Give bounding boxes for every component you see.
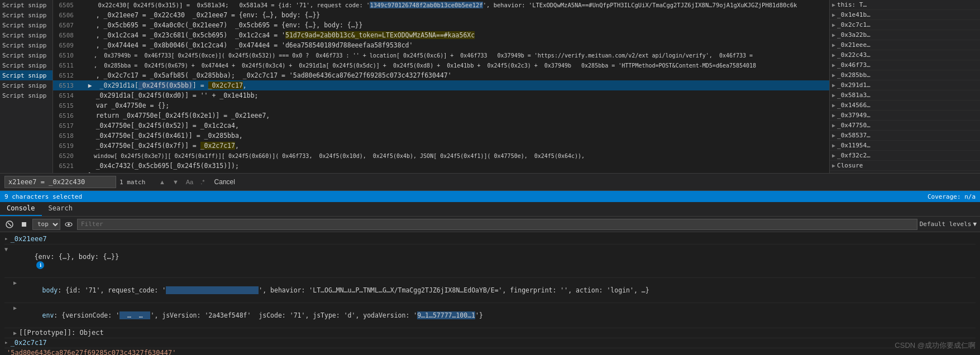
var-285bb[interactable]: ▶ _0x285bb… bbox=[830, 70, 980, 80]
editor-area: Script snipp Script snipp Script snipp S… bbox=[0, 0, 980, 173]
console-output: ▸ _0x21eee7 ▼ {env: {…}, body: {…}} ℹ ▶ … bbox=[0, 232, 980, 355]
var-14566[interactable]: ▶ _0x14566… bbox=[830, 100, 980, 111]
svg-point-4 bbox=[68, 223, 70, 226]
var-1e41b[interactable]: ▶ _0x1e41b… bbox=[830, 10, 980, 20]
expand-object-toggle[interactable]: ▼ bbox=[4, 246, 8, 252]
code-line-6520: 6520 window[_0x24f5(0x3e7)][_0x24f5(0x1f… bbox=[53, 151, 829, 161]
var-58537[interactable]: ▶ _0x58537… bbox=[830, 131, 980, 141]
console-line-body: ▶ body: {id: '71', request_code: ' ', be… bbox=[4, 278, 976, 303]
console-tabs: Console Search bbox=[0, 202, 980, 217]
var-this[interactable]: ▶ this: T… bbox=[830, 0, 980, 10]
code-line-blank: } bbox=[53, 171, 829, 173]
var-46f73[interactable]: ▶ _0x46f73… bbox=[830, 60, 980, 70]
var-37949[interactable]: ▶ _0x37949… bbox=[830, 111, 980, 121]
code-line-6512: 6512 , _0x2c7c17 = _0x5afb85( _0x285bba)… bbox=[53, 70, 829, 80]
clear-icon bbox=[6, 220, 13, 228]
var-closure[interactable]: ▶ Closure bbox=[830, 161, 980, 171]
script-item-4[interactable]: Script snipp bbox=[0, 30, 52, 40]
code-line-6507: 6507 , _0x5cb695 = _0x4a0c0c(_0x21eee7) … bbox=[53, 20, 829, 30]
filter-input[interactable] bbox=[77, 219, 917, 230]
stop-button[interactable] bbox=[18, 219, 30, 229]
find-aa-button[interactable]: Aa bbox=[183, 177, 196, 187]
code-line-6513: 6513 ▶ _0x291d1a[_0x24f5(0x5bb)] = _0x2c… bbox=[53, 80, 829, 90]
info-icon[interactable]: ℹ bbox=[36, 261, 44, 269]
selection-status: 9 characters selected bbox=[4, 193, 82, 200]
context-selector[interactable]: top bbox=[32, 219, 60, 230]
console-line-string: '5ad80e6436ca876e27f69285c073c4327f63044… bbox=[4, 348, 976, 355]
find-match-count: 1 match bbox=[119, 179, 153, 186]
script-item-3[interactable]: Script snipp bbox=[0, 20, 52, 30]
find-options: ▲ ▼ Aa .* bbox=[156, 177, 208, 187]
var-2c7c1[interactable]: ▶ _0x2c7c1… bbox=[830, 20, 980, 30]
code-line-6506: 6506 , _0x21eee7 = _0x22c430 _0x21eee7 =… bbox=[53, 10, 829, 20]
console-line-object: ▼ {env: {…}, body: {…}} ℹ bbox=[4, 244, 976, 278]
script-item-8[interactable]: Script snipp bbox=[0, 70, 52, 80]
code-line-6518: 6518 _0x47750e[_0x24f5(0x461)] = _0x285b… bbox=[53, 131, 829, 141]
code-line-6521: 6521 _0x4c7432(_0x5cb695[_0x24f5(0x315)]… bbox=[53, 161, 829, 171]
find-dot-button[interactable]: .* bbox=[198, 177, 207, 187]
watermark: CSDN @成功你要成仁啊 bbox=[895, 340, 976, 351]
code-line-6511: 6511 , _0x285bba = _0x24f5(0x679) + _0x4… bbox=[53, 60, 829, 70]
script-item-10[interactable]: Script snipp bbox=[0, 90, 52, 100]
find-down-button[interactable]: ▼ bbox=[170, 177, 181, 187]
find-bar: 1 match ▲ ▼ Aa .* Cancel bbox=[0, 173, 980, 191]
code-line-6509: 6509 , _0x4744e4 = _0x8b0046(_0x1c2ca4) … bbox=[53, 40, 829, 50]
tab-search[interactable]: Search bbox=[42, 202, 79, 216]
script-list: Script snipp Script snipp Script snipp S… bbox=[0, 0, 53, 173]
svg-rect-2 bbox=[22, 222, 26, 227]
var-291d1[interactable]: ▶ _0x291d1… bbox=[830, 80, 980, 90]
script-item-6[interactable]: Script snipp bbox=[0, 50, 52, 60]
console-toolbar: top Default levels ▼ bbox=[0, 217, 980, 232]
coverage-status: Coverage: n/a bbox=[928, 193, 976, 200]
console-line-prototype: ▶ [[Prototype]]: Object bbox=[4, 328, 976, 338]
status-bar: 9 characters selected Coverage: n/a bbox=[0, 191, 980, 202]
find-input[interactable] bbox=[4, 176, 116, 188]
code-line-6510: 6510 , _0x37949b = _0x46f733[_0x24f5(0xc… bbox=[53, 50, 829, 60]
svg-line-1 bbox=[8, 223, 11, 226]
code-line-6505: 6505 _0x22c430[_0x24f5(0x315)] = _0x581a… bbox=[53, 0, 829, 10]
expand-env-toggle[interactable]: ▶ bbox=[13, 305, 17, 311]
script-item-1[interactable]: Script snipp bbox=[0, 0, 52, 10]
script-item-5[interactable]: Script snipp bbox=[0, 40, 52, 50]
expand-proto-toggle[interactable]: ▶ bbox=[13, 330, 17, 336]
var-f32c2[interactable]: ▶ _0xf32c2… bbox=[830, 151, 980, 161]
code-line-6515: 6515 var _0x47750e = {}; bbox=[53, 100, 829, 111]
find-up-button[interactable]: ▲ bbox=[156, 177, 168, 187]
default-levels[interactable]: Default levels ▼ bbox=[920, 220, 977, 228]
console-line-var2: ▸ _0x2c7c17 bbox=[4, 338, 976, 348]
code-line-6517: 6517 _0x47750e[_0x24f5(0x52)] = _0x1c2ca… bbox=[53, 121, 829, 131]
script-item-9[interactable]: Script snipp bbox=[0, 80, 52, 90]
tab-console[interactable]: Console bbox=[0, 202, 42, 216]
script-item-7[interactable]: Script snipp bbox=[0, 60, 52, 70]
code-line-6519: 6519 _0x47750e[_0x24f5(0x7f)] = _0x2c7c1… bbox=[53, 141, 829, 151]
stop-icon bbox=[20, 220, 28, 228]
var-22c43[interactable]: ▶ _0x22c43… bbox=[830, 50, 980, 60]
var-11954[interactable]: ▶ _0x11954… bbox=[830, 141, 980, 151]
eye-icon bbox=[65, 220, 73, 228]
var-21eee[interactable]: ▶ _0x21eee… bbox=[830, 40, 980, 50]
clear-console-button[interactable] bbox=[3, 219, 16, 229]
var-47750[interactable]: ▶ _0x47750… bbox=[830, 121, 980, 131]
console-line-env: ▶ env: {versionCode: ' … … ', jsVersion:… bbox=[4, 303, 976, 328]
var-581a3[interactable]: ▶ _0x581a3… bbox=[830, 90, 980, 100]
code-line-6508: 6508 , _0x1c2ca4 = _0x23c681(_0x5cb695) … bbox=[53, 30, 829, 40]
code-lines-container: 6505 _0x22c430[_0x24f5(0x315)] = _0x581a… bbox=[53, 0, 829, 173]
script-item-2[interactable]: Script snipp bbox=[0, 10, 52, 20]
eye-button[interactable] bbox=[63, 219, 75, 229]
find-cancel-button[interactable]: Cancel bbox=[211, 177, 238, 187]
code-line-6514: 6514 _0x291d1a[_0x24f5(0xd0)] = '' + _0x… bbox=[53, 90, 829, 100]
var-3a22b[interactable]: ▶ _0x3a22b… bbox=[830, 30, 980, 40]
code-editor[interactable]: 6505 _0x22c430[_0x24f5(0x315)] = _0x581a… bbox=[53, 0, 829, 173]
right-panel-variables: ▶ this: T… ▶ _0x1e41b… ▶ _0x2c7c1… ▶ _0x… bbox=[829, 0, 980, 173]
expand-body-toggle[interactable]: ▶ bbox=[13, 280, 17, 286]
console-line-var: ▸ _0x21eee7 bbox=[4, 234, 976, 244]
code-line-6516: 6516 return _0x47750e[_0x24f5(0x2e1)] = … bbox=[53, 111, 829, 121]
